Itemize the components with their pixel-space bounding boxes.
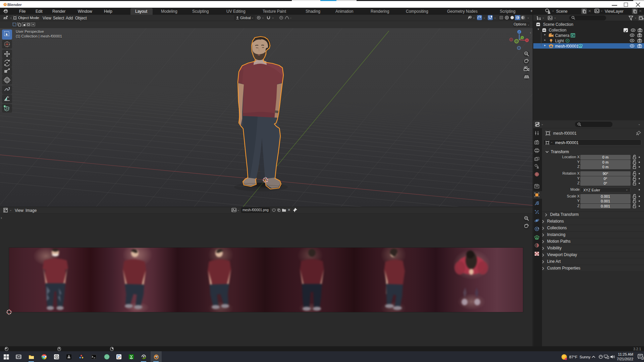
svg-text:X: X [526, 39, 528, 42]
svg-text:‹: ‹ [530, 31, 531, 35]
svg-text:1: 1 [642, 357, 643, 359]
svg-text:Z: Z [519, 31, 520, 34]
svg-text:Y: Y [522, 37, 523, 39]
